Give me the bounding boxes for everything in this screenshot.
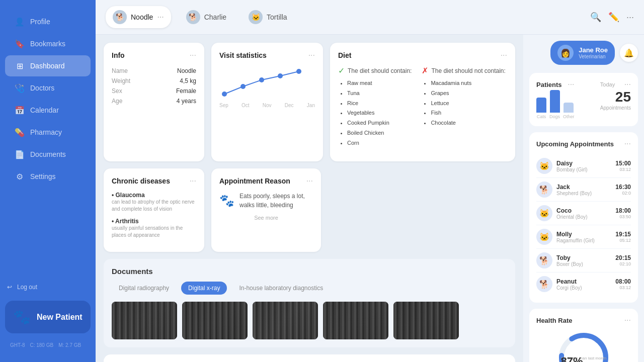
appt-name-jack: Jack [556,184,611,191]
sidebar-item-doctors[interactable]: 🩺 Doctors [5,77,91,99]
label-dec: Dec [285,103,294,108]
visit-stats-dots[interactable]: ··· [308,51,315,60]
svg-point-3 [278,73,283,78]
appt-breed-toby: Boxer (Boy) [556,261,611,267]
mini-bar-chart: Cats Dogs Other [536,94,575,119]
health-rate-dots[interactable]: ··· [624,316,631,325]
bar-other: Other [563,103,575,119]
doc-image-3[interactable] [253,302,318,339]
today-dots[interactable]: ··· [624,80,631,89]
more-icon[interactable]: ··· [626,12,634,23]
tab-charlie[interactable]: 🐕 Charlie [179,6,233,28]
see-more-button[interactable]: See more [219,215,313,221]
appt-coco[interactable]: 🐱 Coco Oriental (Boy) 18:00 03:50 [536,202,631,225]
appt-peanut[interactable]: 🐕 Peanut Corgi (Boy) 08:00 03:12 [536,273,631,296]
tab-tortilla-label: Tortilla [267,13,287,21]
disease-desc-arthritis: usually painful sensations in the places… [112,225,196,239]
upcoming-header: Upcoming Appointments ··· [536,139,631,148]
doc-image-1[interactable] [112,302,177,339]
appt-jack[interactable]: 🐕 Jack Shepherd (Boy) 16:30 02:0 [536,178,631,202]
appt-daisy[interactable]: 🐱 Daisy Bombay (Girl) 15:00 03:12 [536,154,631,178]
search-icon[interactable]: 🔍 [590,12,601,23]
cross-icon: ✗ [422,66,428,75]
sidebar-item-documents[interactable]: 📄 Documents [5,144,91,165]
edit-icon[interactable]: ✏️ [608,12,619,23]
right-header: 👩 Jane Roe Veterinarian 🔔 [529,41,638,65]
appt-time-toby: 20:15 02:10 [615,254,631,266]
diet-item: Tuna [347,88,412,99]
sidebar-item-pharmacy[interactable]: 💊 Pharmacy [5,122,91,143]
upcoming-dots[interactable]: ··· [624,139,631,148]
tab-digital-radiography[interactable]: Digital radiography [112,282,176,295]
appt-toby[interactable]: 🐕 Toby Boxer (Boy) 20:15 02:10 [536,249,631,273]
tab-noodle-label: Noodle [131,13,153,21]
main-area: 🐕 Noodle ··· 🐕 Charlie 🐱 Tortilla 🔍 ✏️ ·… [96,0,644,362]
appt-info-peanut: Peanut Corgi (Boy) [556,278,611,291]
diet-content: ✓ The diet should contain: Raw meat Tuna… [338,66,507,153]
appt-time-jack: 16:30 02:0 [615,184,631,196]
user-name: Jane Roe [579,46,608,54]
info-row-age: Age 4 years [112,96,196,106]
today-section: Today ··· 25 Appointments [600,80,631,111]
info-label-age: Age [112,98,122,105]
diet-card-dots[interactable]: ··· [501,51,507,60]
bar-dogs: Dogs [549,90,560,119]
diet-item: Fish [431,108,505,118]
appt-info-toby: Toby Boxer (Boy) [556,254,611,267]
tortilla-avatar: 🐱 [249,10,263,24]
sidebar-label-dashboard: Dashboard [30,62,65,70]
doc-image-5[interactable] [393,302,459,339]
appt-avatar-peanut: 🐕 [536,276,552,292]
row2-spacer [328,168,515,252]
docs-tabs: Digital radiography Digital x-ray In-hou… [112,282,507,295]
diet-should-contain: ✓ The diet should contain: Raw meat Tuna… [338,66,412,148]
profile-icon: 👤 [15,17,24,26]
upcoming-appointments-card: Upcoming Appointments ··· 🐱 Daisy Bombay… [529,132,638,303]
info-value-sex: Female [176,87,196,95]
notification-button[interactable]: 🔔 [620,44,638,62]
patients-dots[interactable]: ··· [568,80,574,89]
footer-c: C: 180 GB [30,342,53,348]
visit-stats-title: Visit statistics [219,51,267,59]
svg-point-2 [259,77,264,82]
logout-button[interactable]: ↩ Log out [0,279,96,296]
diet-item: Macadamia nuts [431,78,505,88]
tab-tortilla[interactable]: 🐱 Tortilla [242,6,294,28]
tab-charlie-label: Charlie [204,13,226,21]
doc-image-2[interactable] [182,302,248,339]
label-nov: Nov [263,103,272,108]
sidebar-item-bookmarks[interactable]: 🔖 Bookmarks [5,33,91,54]
info-table: Name Noodle Weight 4,5 kg Sex Female A [112,66,196,106]
sidebar-item-dashboard[interactable]: ⊞ Dashboard [5,55,91,76]
appt-reason-dots[interactable]: ··· [306,176,313,186]
line-chart-svg [219,69,315,99]
doc-image-4[interactable] [323,302,388,339]
bar-dogs-label: Dogs [549,114,560,119]
appt-name-peanut: Peanut [556,278,611,285]
sidebar-item-profile[interactable]: 👤 Profile [5,11,91,32]
bookmarks-icon: 🔖 [15,39,24,48]
appt-reason-icon: 🐾 [219,192,234,210]
tab-noodle-dots[interactable]: ··· [157,13,164,22]
svg-point-1 [240,84,246,89]
appt-molly[interactable]: 🐱 Molly Ragamuffin (Girl) 19:15 05:12 [536,225,631,249]
info-row-sex: Sex Female [112,86,196,96]
tab-inhouse-lab[interactable]: In-house laboratory diagnostics [232,282,330,295]
sidebar-footer: GHT-8 C: 180 GB M: 2.7 GB [0,338,96,352]
documents-icon: 📄 [15,150,24,159]
chronic-dots[interactable]: ··· [190,176,196,186]
diet-should-title: The diet should contain: [348,67,412,74]
settings-icon: ⚙ [15,172,24,181]
visit-stats-card: Visit statistics ··· Se [211,43,323,161]
sidebar-item-settings[interactable]: ⚙ Settings [5,166,91,187]
new-patient-button[interactable]: 🐾 New Patient [5,301,91,333]
info-value-age: 4 years [177,98,196,105]
sidebar-item-calendar[interactable]: 📅 Calendar [5,100,91,121]
today-count: 25 [600,89,631,105]
appt-reason-title: Appointment Reason [219,177,290,185]
user-card[interactable]: 👩 Jane Roe Veterinarian [550,41,615,65]
tab-noodle[interactable]: 🐕 Noodle ··· [106,6,171,28]
tab-digital-xray[interactable]: Digital x-ray [181,282,227,295]
sidebar-label-profile: Profile [30,18,50,26]
info-card-dots[interactable]: ··· [190,51,196,60]
